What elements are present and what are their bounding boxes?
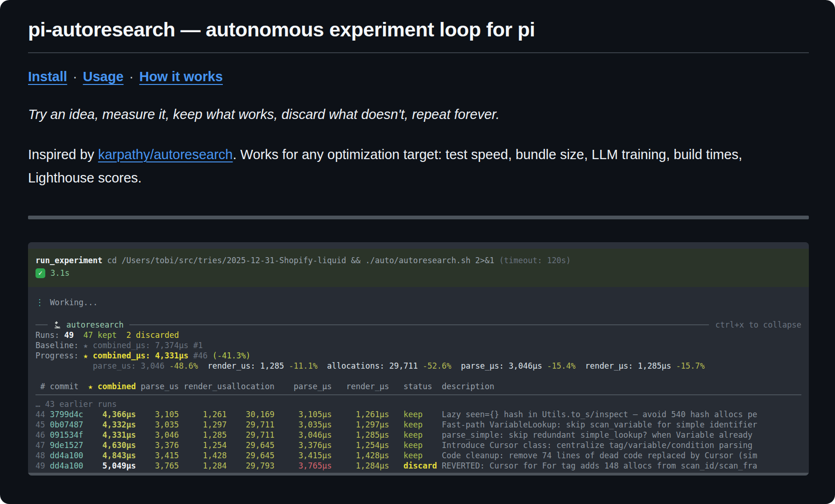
cell-render_us: 1,261 — [179, 409, 226, 420]
cell-parse_us: 3,046 — [136, 430, 179, 440]
cell-description: Code cleanup: remove 74 lines of dead co… — [442, 450, 801, 461]
column-header: parse_µs — [275, 381, 332, 392]
cell-num: 47 — [35, 440, 45, 450]
metric: render_us: 1,285 -11.1% — [207, 361, 317, 371]
cell-status: keep — [403, 450, 437, 461]
spinner-icon: ⋮ — [35, 297, 44, 308]
header-dash-fill — [129, 324, 709, 325]
cell-description: Fast-path VariableLookup: skip scan_vari… — [442, 420, 801, 430]
table-row: 48dd4a1004,843µs3,4151,42829,6453,415µs1… — [35, 450, 801, 461]
table-row: 450b074874,332µs3,0351,29729,7113,035µs1… — [35, 420, 801, 430]
command-text: cd /Users/tobi/src/tries/2025-12-31-Shop… — [102, 256, 499, 265]
cell-render_us: 1,297 — [179, 420, 226, 430]
cell-description: Lazy seen={} hash in Utils.to_s/inspect … — [442, 409, 801, 420]
metric: render_µs: 1,285µs -15.7% — [585, 361, 705, 371]
panel-title-group: autoresearch — [53, 320, 124, 329]
cell-commit: dd4a100 — [50, 461, 84, 471]
earlier-runs-note: … 43 earlier runs — [35, 399, 801, 409]
progress-delta: (-41.3%) — [207, 351, 250, 360]
usage-link[interactable]: Usage — [83, 69, 123, 84]
cell-commit: 9de1527 — [50, 440, 84, 450]
cell-combined: 5,049µs — [88, 461, 136, 471]
karpathy-autoresearch-link[interactable]: karpathy/autoresearch — [98, 147, 233, 162]
progress-ref: #46 — [189, 351, 208, 360]
how-it-works-link[interactable]: How it works — [139, 69, 223, 84]
section-divider — [28, 216, 809, 219]
runs-summary: Runs: 49 47 kept 2 discarded — [35, 330, 801, 340]
baseline-ref: #1 — [189, 341, 203, 350]
cell-parse_micro: 3,035µs — [275, 420, 332, 430]
column-header: commit — [50, 381, 84, 392]
working-label: Working... — [50, 297, 98, 308]
cell-render_micro: 1,297µs — [332, 420, 389, 430]
metric: parse_µs: 3,046µs -15.4% — [461, 361, 576, 371]
cell-render_micro: 1,284µs — [332, 461, 389, 471]
cell-parse_micro: 3,105µs — [275, 409, 332, 420]
runs-table-header: #commit★ combinedparse_usrender_usalloca… — [35, 381, 801, 392]
working-status: ⋮ Working... — [35, 297, 801, 308]
cell-allocation: 29,793 — [226, 461, 274, 471]
intro-prefix: Inspired by — [28, 147, 98, 162]
metric: parse_us: 3,046 -48.6% — [93, 361, 198, 371]
column-header: render_µs — [332, 381, 389, 392]
cell-render_micro: 1,285µs — [332, 430, 389, 440]
runs-table-body: 443799d4c4,366µs3,1051,26130,1693,105µs1… — [35, 409, 801, 471]
install-link[interactable]: Install — [28, 69, 67, 84]
cell-render_us: 1,284 — [179, 461, 226, 471]
baseline-label: Baseline: — [35, 341, 83, 350]
runs-kept: 47 kept — [74, 330, 117, 340]
column-header: allocation — [226, 381, 274, 392]
cell-combined: 4,630µs — [88, 440, 136, 450]
cell-num: 46 — [35, 430, 45, 440]
table-row: 479de15274,630µs3,3761,25429,6453,376µs1… — [35, 440, 801, 450]
table-row: 46091534f4,331µs3,0461,28529,7113,046µs1… — [35, 430, 801, 440]
terminal-top-strip — [28, 242, 809, 249]
cell-render_us: 1,285 — [179, 430, 226, 440]
command-duration: 3.1s — [50, 267, 70, 280]
baseline-value: ★ combined_µs: 7,374µs — [83, 341, 188, 350]
success-check-icon: ✓ — [35, 268, 45, 278]
command-status-line: ✓ 3.1s — [35, 267, 801, 280]
nav-separator: · — [73, 69, 78, 84]
table-header-divider — [35, 394, 801, 395]
timeout-note: (timeout: 120s) — [499, 256, 571, 265]
command-block: run_experiment cd /Users/tobi/src/tries/… — [28, 249, 809, 287]
cell-allocation: 29,645 — [226, 440, 274, 450]
cell-parse_micro: 3,765µs — [275, 461, 332, 471]
cell-num: 45 — [35, 420, 45, 430]
cell-parse_us: 3,765 — [136, 461, 179, 471]
tagline: Try an idea, measure it, keep what works… — [28, 107, 809, 122]
cell-status: keep — [403, 409, 437, 420]
intro-paragraph: Inspired by karpathy/autoresearch. Works… — [28, 143, 799, 189]
page-title: pi-autoresearch — autonomous experiment … — [28, 17, 809, 42]
terminal-body: ⋮ Working... autoresearch ctrl+x to coll… — [28, 287, 809, 471]
cell-commit: 3799d4c — [50, 409, 84, 420]
panel-title: autoresearch — [66, 320, 124, 329]
cell-num: 48 — [35, 450, 45, 461]
metric: allocations: 29,711 -52.6% — [327, 361, 451, 371]
cell-parse_us: 3,035 — [136, 420, 179, 430]
cell-parse_us: 3,105 — [136, 409, 179, 420]
microscope-icon — [53, 321, 62, 329]
readme-page: pi-autoresearch — autonomous experiment … — [0, 0, 835, 504]
column-header: description — [442, 381, 801, 392]
progress-best: ★ combined_µs: 4,331µs — [83, 351, 188, 360]
cell-combined: 4,332µs — [88, 420, 136, 430]
column-header: render_us — [179, 381, 226, 392]
cell-commit: 091534f — [50, 430, 84, 440]
collapse-hint: ctrl+x to collapse — [715, 320, 801, 329]
cell-status: keep — [403, 430, 437, 440]
cell-render_us: 1,254 — [179, 440, 226, 450]
autoresearch-panel-header: autoresearch ctrl+x to collapse — [35, 320, 801, 330]
column-header: ★ combined — [88, 381, 136, 392]
horizontal-scrollbar[interactable] — [28, 473, 809, 476]
cell-status: keep — [403, 440, 437, 450]
nav-links: Install·Usage·How it works — [28, 69, 809, 84]
cell-combined: 4,843µs — [88, 450, 136, 461]
table-row: 443799d4c4,366µs3,1051,26130,1693,105µs1… — [35, 409, 801, 420]
cell-render_us: 1,428 — [179, 450, 226, 461]
cell-status: keep — [403, 420, 437, 430]
cell-num: 49 — [35, 461, 45, 471]
runs-label: Runs: — [35, 330, 59, 340]
title-divider — [28, 52, 809, 53]
